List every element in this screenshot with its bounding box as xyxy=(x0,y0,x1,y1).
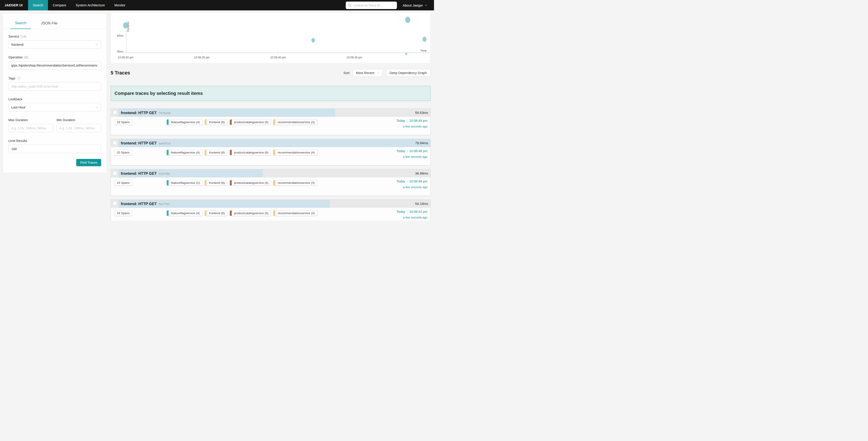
nav-tab-compare[interactable]: Compare xyxy=(48,0,71,10)
trace-card-header[interactable]: frontend: HTTP GETae8341d 79.94ms xyxy=(111,139,430,147)
nav-right-group: About Jaeger xyxy=(346,0,434,10)
trace-day[interactable]: Today xyxy=(397,210,405,213)
trace-card-body: 18 Spans featureflagservice (4)frontend … xyxy=(111,117,430,135)
chevron-down-icon xyxy=(95,43,98,46)
trace-card-header[interactable]: frontend: HTTP GET7876e26 55.53ms xyxy=(111,109,430,117)
service-tag-label: recommendationservice (3) xyxy=(275,180,317,185)
operation-select[interactable]: grpc.hipstershop.RecommendationService/L… xyxy=(8,61,101,69)
tab-search[interactable]: Search xyxy=(10,21,31,29)
trace-compare-checkbox[interactable] xyxy=(113,111,117,115)
trace-duration: 55.53ms xyxy=(415,109,428,117)
svg-text:10:08:45 pm: 10:08:45 pm xyxy=(346,56,362,59)
trace-card-header[interactable]: frontend: HTTP GETf5e7783 54.18ms xyxy=(111,200,430,208)
limit-results-label: Limit Results xyxy=(8,139,101,143)
service-color-swatch xyxy=(273,120,275,125)
span-count-pill: 15 Spans xyxy=(114,180,132,186)
lookback-label: Lookback xyxy=(8,97,101,101)
trace-duration: 36.98ms xyxy=(415,169,428,177)
service-tag: featureflagservice (2) xyxy=(166,180,203,186)
nav-tab-monitor[interactable]: Monitor xyxy=(110,0,130,10)
trace-lookup-box[interactable] xyxy=(346,2,397,9)
svg-text:40ms: 40ms xyxy=(117,50,124,53)
service-tag-label: featureflagservice (4) xyxy=(168,210,202,216)
trace-result-card[interactable]: frontend: HTTP GETf5e7783 54.18ms 18 Spa… xyxy=(111,200,431,220)
min-duration-input[interactable] xyxy=(57,124,101,132)
trace-title: frontend: HTTP GET xyxy=(121,141,157,145)
chevron-down-icon xyxy=(95,106,98,109)
service-color-swatch xyxy=(230,180,232,185)
duration-scatter-panel: 10:08:30 pm10:08:35 pm10:08:40 pm10:08:4… xyxy=(111,12,431,63)
service-tag-label: productcatalogservice (5) xyxy=(232,120,271,125)
max-duration-label: Max Duration xyxy=(8,118,53,122)
service-tag: frontend (6) xyxy=(205,180,228,186)
service-color-swatch xyxy=(273,210,275,216)
trace-compare-checkbox[interactable] xyxy=(113,202,117,206)
svg-text:10:08:30 pm: 10:08:30 pm xyxy=(118,56,133,59)
trace-scatter-point[interactable] xyxy=(405,17,410,23)
service-color-swatch xyxy=(273,180,275,185)
app-brand[interactable]: JAEGER UI xyxy=(0,0,28,10)
trace-time[interactable]: 10:08:48 pm xyxy=(409,179,428,183)
max-duration-input[interactable] xyxy=(8,124,53,132)
trace-day[interactable]: Today xyxy=(397,149,405,153)
limit-results-input[interactable] xyxy=(8,145,101,153)
service-color-swatch xyxy=(205,180,207,185)
about-jaeger-menu[interactable]: About Jaeger xyxy=(403,3,427,7)
service-tag-label: featureflagservice (2) xyxy=(168,180,202,185)
trace-lookup-input[interactable] xyxy=(353,3,395,7)
deep-dependency-graph-button[interactable]: Deep Dependency Graph xyxy=(386,69,431,77)
trace-title-group: frontend: HTTP GET01d7f9b xyxy=(121,169,170,178)
search-form: Service(14) frontend Operation(8) grpc.h… xyxy=(3,29,106,166)
trace-when: Today|10:08:48 pm a few seconds ago xyxy=(397,179,428,189)
trace-title: frontend: HTTP GET xyxy=(121,111,157,115)
service-color-swatch xyxy=(205,120,207,125)
service-color-swatch xyxy=(273,150,275,155)
trace-relative-time: a few seconds ago xyxy=(397,125,428,128)
trace-title-group: frontend: HTTP GETf5e7783 xyxy=(121,200,170,208)
trace-compare-checkbox[interactable] xyxy=(113,171,117,175)
trace-result-card[interactable]: frontend: HTTP GET01d7f9b 36.98ms 15 Spa… xyxy=(111,169,431,196)
tags-label: Tags? xyxy=(8,76,101,80)
duration-scatter-plot[interactable]: 10:08:30 pm10:08:35 pm10:08:40 pm10:08:4… xyxy=(111,13,430,63)
service-tag: featureflagservice (4) xyxy=(166,119,203,125)
nav-tab-system-architecture[interactable]: System Architecture xyxy=(71,0,110,10)
trace-scatter-point[interactable] xyxy=(311,38,315,42)
service-select-value: frontend xyxy=(11,43,95,47)
lookback-select[interactable]: Last Hour xyxy=(8,103,101,111)
trace-time[interactable]: 10:08:48 pm xyxy=(409,149,428,153)
separator: | xyxy=(405,179,409,183)
service-color-swatch xyxy=(167,120,168,125)
separator: | xyxy=(405,119,409,122)
service-tags: featureflagservice (4)frontend (6)produc… xyxy=(166,119,317,125)
tab-json-file[interactable]: JSON File xyxy=(36,21,62,29)
trace-day[interactable]: Today xyxy=(397,179,405,183)
service-label: Service(14) xyxy=(8,35,101,38)
trace-result-card[interactable]: frontend: HTTP GETae8341d 79.94ms 20 Spa… xyxy=(111,139,431,166)
service-tag: featureflagservice (4) xyxy=(166,150,203,155)
trace-scatter-point[interactable] xyxy=(423,37,427,42)
trace-result-card[interactable]: frontend: HTTP GET7876e26 55.53ms 18 Spa… xyxy=(111,109,431,135)
trace-scatter-point[interactable] xyxy=(405,53,407,55)
tags-input[interactable] xyxy=(8,82,101,91)
trace-card-header[interactable]: frontend: HTTP GET01d7f9b 36.98ms xyxy=(111,169,430,177)
trace-compare-checkbox[interactable] xyxy=(113,141,117,145)
service-tag-label: recommendationservice (4) xyxy=(275,150,317,155)
service-tags: featureflagservice (4)frontend (6)produc… xyxy=(166,150,317,155)
service-tag: productcatalogservice (4) xyxy=(230,180,271,186)
trace-card-body: 20 Spans featureflagservice (4)frontend … xyxy=(111,147,430,165)
find-traces-button[interactable]: Find Traces xyxy=(76,159,101,166)
service-tag-label: productcatalogservice (6) xyxy=(232,150,271,155)
trace-day[interactable]: Today xyxy=(397,119,405,122)
trace-time[interactable]: 10:08:42 pm xyxy=(409,210,428,213)
sort-select[interactable]: Most Recent xyxy=(352,69,383,77)
trace-time[interactable]: 10:08:49 pm xyxy=(409,119,428,122)
trace-scatter-point[interactable] xyxy=(123,22,128,29)
help-icon[interactable]: ? xyxy=(17,76,21,80)
service-select[interactable]: frontend xyxy=(8,40,101,49)
service-tag: featureflagservice (4) xyxy=(166,210,203,216)
trace-count: 5 Traces xyxy=(111,70,130,76)
service-tag-label: frontend (6) xyxy=(207,180,227,185)
nav-tab-search[interactable]: Search xyxy=(28,0,48,10)
trace-relative-time: a few seconds ago xyxy=(397,185,428,189)
trace-title: frontend: HTTP GET xyxy=(121,202,157,206)
